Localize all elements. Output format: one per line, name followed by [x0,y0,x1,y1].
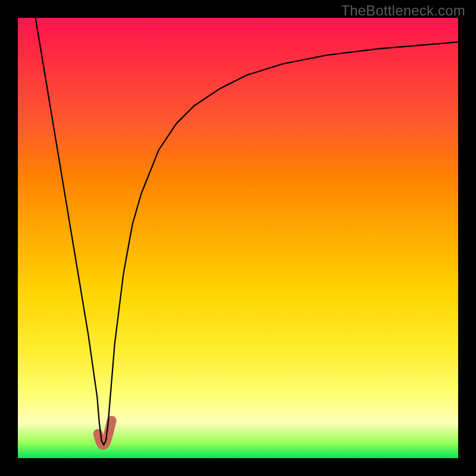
chart-frame: TheBottleneck.com [0,0,476,476]
curve-svg [18,18,458,458]
glow-point [104,427,114,437]
plot-area [18,18,458,458]
watermark-text: TheBottleneck.com [341,2,465,19]
bottleneck-curve [36,18,458,445]
